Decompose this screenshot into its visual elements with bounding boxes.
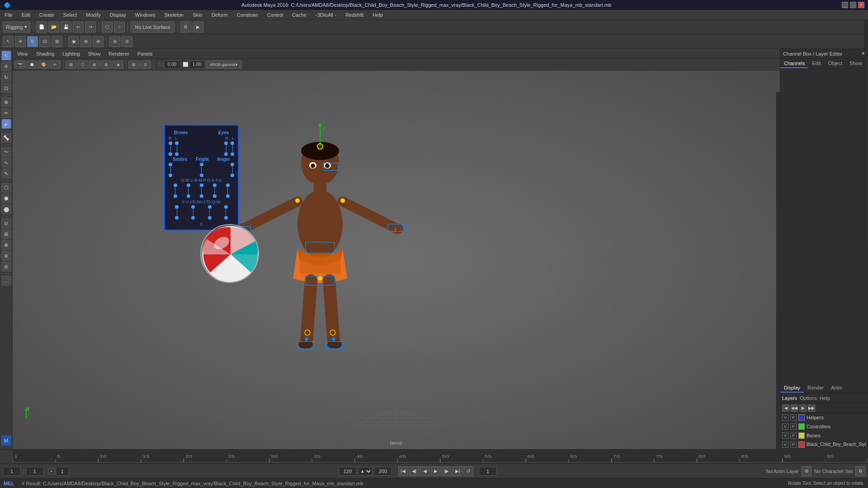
vp-tb-btn5[interactable]: ⊞ [66,61,76,69]
menu-help[interactable]: Help [371,11,385,19]
show-manip-btn[interactable]: ⊛ [109,36,120,47]
menu-deform[interactable]: Deform [210,11,230,19]
minimize-button[interactable]: _ [842,2,848,8]
menu-skin[interactable]: Skin [191,11,204,19]
layer-bones-v[interactable]: V [782,432,788,439]
vp-gamma-dropdown[interactable]: sRGB gamma▾ [206,61,242,69]
deformer-tool[interactable]: ⊗ [1,240,11,250]
select-tool-btn[interactable]: ⬡ [102,22,113,33]
menu-3dtoall[interactable]: -3DtoAll - [314,11,338,19]
universal-tool-btn[interactable]: ⊞ [52,36,62,47]
rotate-tool[interactable]: ↻ [1,72,11,82]
fc-fright-bot[interactable] [200,174,203,177]
layer-prev-btn[interactable]: ◀ [782,404,789,412]
layer-helpers-v[interactable]: V [782,414,788,421]
vp-menu-panels[interactable]: Panels [136,50,155,57]
tab-channels[interactable]: Channels [780,59,808,68]
range-start-input[interactable] [26,467,44,476]
fc-ph-dstz2[interactable] [226,194,230,198]
layer-next-btn[interactable]: ▶ [799,404,807,412]
sculpt-tool[interactable]: ✏ [1,108,11,118]
layer-helpers-p[interactable]: P [790,414,797,421]
close-button[interactable]: ✕ [858,2,864,8]
timeline-ruler[interactable]: 1 5 10 15 20 25 30 35 40 45 50 55 60 [13,450,868,464]
render-settings-btn[interactable]: ⚙ [180,22,191,33]
mode-dropdown[interactable]: Rigging ▾ [3,22,30,33]
menu-file[interactable]: File [3,11,14,19]
fc-dot-bl[interactable] [169,141,172,145]
anim-layer-settings[interactable]: ⚙ [802,466,811,476]
fc-ph-bmp[interactable] [213,183,217,187]
range-end-input[interactable] [339,467,357,476]
vp-tb-btn9[interactable]: ◈ [113,61,123,69]
fc-ph-chsh[interactable] [191,205,195,209]
restore-button[interactable]: □ [850,2,856,8]
fc-ph-dstz[interactable] [226,183,230,187]
skip-to-end-btn[interactable]: ▶| [453,466,462,476]
soft-select-btn[interactable]: ◉ [68,36,79,47]
scale-tool-btn[interactable]: ⊡ [39,36,50,47]
fc-ph-u2[interactable] [200,194,203,198]
hide-manip-btn[interactable]: ⊘ [122,36,132,47]
menu-create[interactable]: Create [38,11,56,19]
layer-add-btn[interactable]: ◀◀ [791,404,798,412]
layer-end-btn[interactable]: ▶▶ [808,404,815,412]
vp-menu-lighting[interactable]: Lighting [61,50,82,57]
fc-ph-qw2[interactable] [224,216,228,220]
fc-anger-top[interactable] [231,163,234,166]
anim-end-input[interactable] [374,467,392,476]
save-scene-btn[interactable]: 💾 [61,22,71,33]
fc-dot-br[interactable] [175,141,179,145]
fc-dot-bl2[interactable] [169,152,172,156]
vp-gain-input[interactable] [189,61,205,69]
rotate-tool-btn[interactable]: ↻ [27,36,38,47]
move-tool-btn[interactable]: ✛ [15,36,26,47]
play-fwd-btn[interactable]: ▶ [431,466,441,476]
fc-smiles-top[interactable] [169,163,172,166]
fc-ph-chsh2[interactable] [191,216,195,220]
layer-mesh-color[interactable] [798,441,805,448]
vp-menu-renderer[interactable]: Renderer [107,50,131,57]
next-key-btn[interactable]: |▶ [442,466,452,476]
fc-ph-ie[interactable] [187,183,190,187]
constraint-tool[interactable]: ⊞ [1,229,11,239]
vp-tb-btn1[interactable]: 📷 [14,61,25,69]
viewport[interactable]: View Shading Lighting Show Renderer Pane… [13,49,780,449]
fc-ph-fv[interactable] [175,205,179,209]
fc-ph-bmp2[interactable] [213,194,217,198]
scale-tool[interactable]: ⊡ [1,83,11,93]
vp-tb-btn8[interactable]: ⊗ [101,61,112,69]
fill-hole-tool[interactable]: ⬤ [1,204,11,214]
redo-btn[interactable]: ↪ [85,22,96,33]
subtab-options[interactable]: Options [800,395,817,401]
fc-anger-bot[interactable] [231,174,234,177]
live-surface-btn[interactable]: No Live Surface [131,22,174,33]
fc-ph-o2[interactable] [174,194,177,198]
tab-edit[interactable]: Edit [808,59,824,68]
vp-grid-btn[interactable]: ⊞ [128,61,139,69]
paint-tool[interactable]: 🖌 [1,119,11,129]
extrude-tool[interactable]: ⬡ [1,183,11,192]
menu-edit[interactable]: Edit [20,11,32,19]
fc-ph-u[interactable] [200,183,203,187]
fc-smiles-bot[interactable] [169,174,172,177]
cluster-tool[interactable]: ⊘ [1,262,11,272]
char-set-settings[interactable]: ⚙ [855,466,865,476]
tab-show[interactable]: Show [846,59,866,68]
layer-mesh-v[interactable]: V [782,441,788,448]
skip-to-start-btn[interactable]: |◀ [398,466,408,476]
layer-controllers-v[interactable]: V [782,423,788,430]
bridge-tool[interactable]: ⬢ [1,193,11,203]
lasso-btn[interactable]: ○ [114,22,125,33]
menu-display[interactable]: Display [108,11,128,19]
play-back-btn[interactable]: ◀ [420,466,430,476]
menu-redshift[interactable]: Redshift [344,11,365,19]
menu-control[interactable]: Control [265,11,285,19]
joint-tool[interactable]: 🦴 [1,133,11,143]
right-scrollbar[interactable] [864,20,868,246]
vp-exposure-input[interactable] [164,61,180,69]
curve-tool[interactable]: 〜 [1,147,11,157]
vp-tb-btn6[interactable]: ⬡ [77,61,88,69]
ep-curve-tool[interactable]: ∿ [1,158,11,168]
fc-ph-th2[interactable] [208,216,212,220]
